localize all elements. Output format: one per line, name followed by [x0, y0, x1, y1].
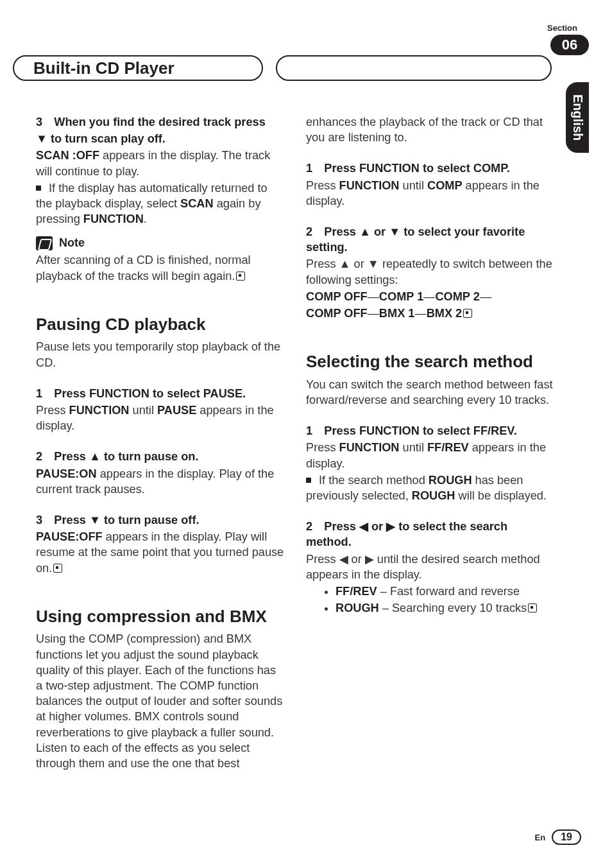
step-heading: ▼ to turn scan play off. — [36, 131, 284, 146]
list-item: FF/REV – Fast forward and reverse — [336, 584, 554, 599]
section-heading-search: Selecting the search method — [306, 351, 554, 373]
page-footer: En 19 — [535, 829, 581, 845]
chapter-title-pill: Built-in CD Player — [13, 55, 263, 81]
page-header: Section Built-in CD Player 06 — [0, 23, 612, 62]
body-text: Press FUNCTION until COMP appears in the… — [306, 178, 554, 209]
body-text: Press FUNCTION until FF/REV appears in t… — [306, 440, 554, 471]
section-number-pill: 06 — [550, 35, 589, 55]
footer-lang: En — [535, 833, 546, 842]
section-label: Section — [547, 23, 577, 33]
page-number: 19 — [552, 829, 581, 845]
body-text: enhances the playback of the track or CD… — [306, 114, 554, 145]
step-heading: 3 Press ▼ to turn pause off. — [36, 512, 284, 528]
options-list: FF/REV – Fast forward and reverse ROUGH … — [306, 584, 554, 616]
body-text: SCAN :OFF appears in the display. The tr… — [36, 148, 284, 178]
chapter-title: Built-in CD Player — [33, 58, 174, 78]
bullet-square-icon — [306, 478, 311, 483]
body-bullet: If the display has automatically returne… — [36, 180, 284, 227]
step-heading: 2 Press ◀ or ▶ to select the search meth… — [306, 519, 554, 550]
bullet-square-icon — [36, 186, 41, 191]
body-text: Press FUNCTION until PAUSE appears in th… — [36, 403, 284, 433]
note-block: Note — [36, 236, 284, 251]
end-mark-icon — [236, 272, 245, 281]
note-body: After scanning of a CD is finished, norm… — [36, 252, 284, 283]
body-columns: 3 When you find the desired track press … — [36, 114, 554, 817]
body-text: COMP OFF—BMX 1—BMX 2 — [306, 306, 554, 321]
end-mark-icon — [53, 564, 62, 573]
body-text: Using the COMP (compression) and BMX fun… — [36, 631, 284, 771]
step-heading: 3 When you find the desired track press — [36, 114, 284, 130]
body-bullet: If the search method ROUGH has been prev… — [306, 473, 554, 503]
language-label: English — [570, 94, 585, 141]
body-text: PAUSE:ON appears in the display. Play of… — [36, 466, 284, 497]
body-text: Pause lets you temporarily stop playback… — [36, 339, 284, 370]
step-heading: 1 Press FUNCTION to select FF/REV. — [306, 423, 554, 438]
body-text: Press ▲ or ▼ repeatedly to switch betwee… — [306, 256, 554, 287]
section-number: 06 — [562, 37, 577, 53]
list-item: ROUGH – Searching every 10 tracks — [336, 600, 554, 616]
language-tab: English — [566, 82, 589, 153]
step-heading: 2 Press ▲ or ▼ to select your favorite s… — [306, 224, 554, 255]
step-heading: 2 Press ▲ to turn pause on. — [36, 449, 284, 464]
end-mark-icon — [528, 603, 537, 612]
note-icon — [36, 236, 53, 250]
step-heading: 1 Press FUNCTION to select COMP. — [306, 161, 554, 176]
end-mark-icon — [463, 309, 472, 318]
step-heading: 1 Press FUNCTION to select PAUSE. — [36, 386, 284, 401]
body-text: You can switch the search method between… — [306, 377, 554, 408]
section-heading-pausing: Pausing CD playback — [36, 313, 284, 336]
header-right-pill — [276, 55, 552, 81]
body-text: COMP OFF—COMP 1—COMP 2— — [306, 289, 554, 304]
body-text: Press ◀ or ▶ until the desired search me… — [306, 551, 554, 582]
body-text: PAUSE:OFF appears in the display. Play w… — [36, 529, 284, 576]
section-heading-comp: Using compression and BMX — [36, 605, 284, 628]
note-label: Note — [59, 236, 85, 251]
